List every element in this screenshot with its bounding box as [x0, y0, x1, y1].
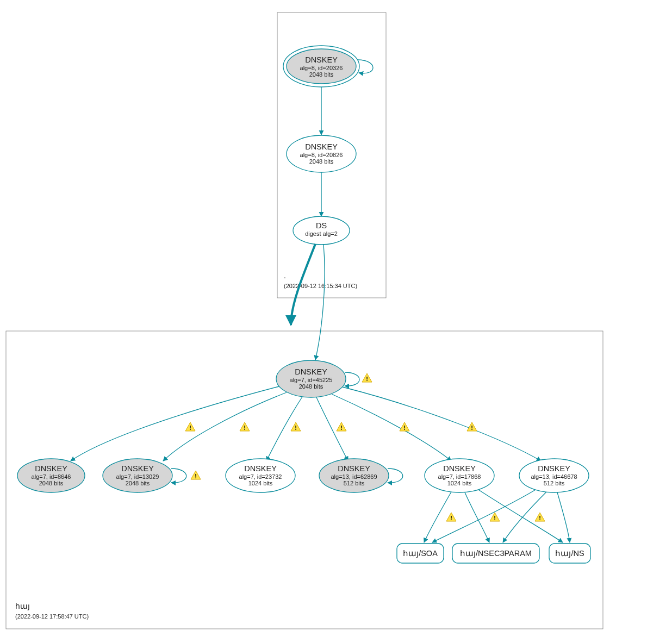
svg-text:1024 bits: 1024 bits — [447, 480, 472, 486]
dnssec-graph: . (2022-09-12 16:15:34 UTC) DNSKEY alg=8… — [0, 0, 672, 643]
svg-text:հայ/NSEC3PARAM: հայ/NSEC3PARAM — [460, 549, 532, 558]
svg-text:DNSKEY: DNSKEY — [244, 464, 277, 473]
svg-text:DNSKEY: DNSKEY — [295, 367, 327, 376]
svg-text:!: ! — [195, 473, 197, 479]
node-dnskey-17868: DNSKEY alg=7, id=17868 1024 bits — [425, 459, 494, 492]
warning-icon: ! — [337, 422, 346, 431]
svg-text:!: ! — [403, 424, 406, 431]
svg-text:!: ! — [366, 376, 368, 382]
node-record-ns: հայ/NS — [549, 544, 590, 563]
svg-text:!: ! — [295, 424, 297, 431]
warning-icon: ! — [446, 513, 456, 521]
node-ds: DS digest alg=2 — [293, 216, 350, 245]
warning-icon: ! — [240, 422, 250, 431]
node-record-nsec3param: հայ/NSEC3PARAM — [452, 544, 539, 563]
svg-text:alg=8, id=20326: alg=8, id=20326 — [300, 65, 343, 71]
svg-text:alg=7, id=23732: alg=7, id=23732 — [239, 473, 282, 480]
edge-46678-to-ns — [557, 492, 570, 542]
svg-text:2048 bits: 2048 bits — [309, 158, 334, 165]
svg-text:!: ! — [189, 424, 191, 431]
svg-text:հայ/SOA: հայ/SOA — [403, 549, 438, 558]
zone-child-label: հայ — [15, 602, 30, 610]
svg-text:DNSKEY: DNSKEY — [121, 464, 154, 473]
svg-text:DNSKEY: DNSKEY — [538, 464, 570, 473]
warning-icon: ! — [400, 422, 409, 431]
svg-text:!: ! — [471, 424, 473, 431]
warning-icon: ! — [291, 422, 301, 431]
edge-selfloop-62869 — [388, 469, 403, 483]
svg-text:alg=7, id=13029: alg=7, id=13029 — [116, 473, 159, 480]
svg-text:2048 bits: 2048 bits — [126, 480, 150, 486]
edge-selfloop-13029 — [171, 469, 186, 483]
node-dnskey-8646: DNSKEY alg=7, id=8646 2048 bits — [17, 459, 85, 492]
svg-text:DNSKEY: DNSKEY — [443, 464, 476, 473]
edge-ksk-to-46678 — [343, 387, 541, 461]
svg-text:DNSKEY: DNSKEY — [305, 142, 338, 151]
svg-text:alg=7, id=17868: alg=7, id=17868 — [438, 473, 481, 480]
warning-icon: ! — [535, 513, 545, 521]
node-dnskey-23732: DNSKEY alg=7, id=23732 1024 bits — [226, 459, 295, 492]
warning-icon: ! — [362, 373, 372, 382]
svg-text:512 bits: 512 bits — [544, 480, 565, 486]
svg-text:!: ! — [450, 515, 452, 521]
svg-text:DNSKEY: DNSKEY — [305, 55, 338, 64]
node-dnskey-root-ksk: DNSKEY alg=8, id=20326 2048 bits — [283, 46, 359, 87]
edge-selfloop-child-ksk — [345, 372, 359, 386]
svg-text:alg=13, id=46678: alg=13, id=46678 — [531, 473, 577, 480]
edge-17868-to-nsec3 — [465, 492, 489, 542]
warning-icon: ! — [467, 422, 477, 431]
svg-text:DNSKEY: DNSKEY — [338, 464, 370, 473]
zone-root-label: . — [284, 271, 286, 280]
zone-root-timestamp: (2022-09-12 16:15:34 UTC) — [284, 283, 357, 289]
svg-text:alg=8, id=20826: alg=8, id=20826 — [300, 152, 343, 158]
node-dnskey-root-zsk: DNSKEY alg=8, id=20826 2048 bits — [287, 135, 356, 172]
svg-text:1024 bits: 1024 bits — [248, 480, 273, 486]
edge-ds-to-child-ksk — [315, 244, 325, 360]
edge-ksk-to-8646 — [71, 386, 279, 461]
svg-text:digest alg=2: digest alg=2 — [305, 230, 338, 237]
svg-text:!: ! — [244, 424, 246, 431]
svg-text:alg=7, id=45225: alg=7, id=45225 — [290, 377, 333, 383]
edge-ksk-to-17868 — [332, 394, 451, 461]
svg-text:2048 bits: 2048 bits — [309, 71, 334, 78]
node-record-soa: հայ/SOA — [397, 544, 444, 563]
svg-text:!: ! — [340, 424, 343, 431]
node-dnskey-46678: DNSKEY alg=13, id=46678 512 bits — [519, 459, 589, 492]
edge-selfloop-root-ksk — [358, 60, 373, 73]
svg-text:հայ/NS: հայ/NS — [555, 549, 584, 558]
svg-text:alg=7, id=8646: alg=7, id=8646 — [32, 473, 71, 480]
svg-text:!: ! — [494, 515, 496, 521]
svg-text:512 bits: 512 bits — [344, 480, 365, 486]
svg-text:alg=13, id=62869: alg=13, id=62869 — [331, 473, 377, 480]
zone-child-timestamp: (2022-09-12 17:58:47 UTC) — [15, 613, 89, 620]
svg-text:DNSKEY: DNSKEY — [35, 464, 67, 473]
edge-17868-to-ns — [478, 490, 563, 542]
warning-icon: ! — [185, 422, 195, 431]
svg-text:2048 bits: 2048 bits — [299, 383, 323, 390]
warning-icon: ! — [191, 471, 201, 479]
svg-text:2048 bits: 2048 bits — [39, 480, 64, 486]
node-dnskey-62869: DNSKEY alg=13, id=62869 512 bits — [319, 459, 389, 492]
svg-text:!: ! — [539, 515, 541, 521]
svg-text:DS: DS — [316, 221, 327, 230]
node-dnskey-child-ksk: DNSKEY alg=7, id=45225 2048 bits — [276, 360, 346, 397]
node-dnskey-13029: DNSKEY alg=7, id=13029 2048 bits — [103, 459, 172, 492]
edge-ksk-to-13029 — [163, 392, 287, 461]
